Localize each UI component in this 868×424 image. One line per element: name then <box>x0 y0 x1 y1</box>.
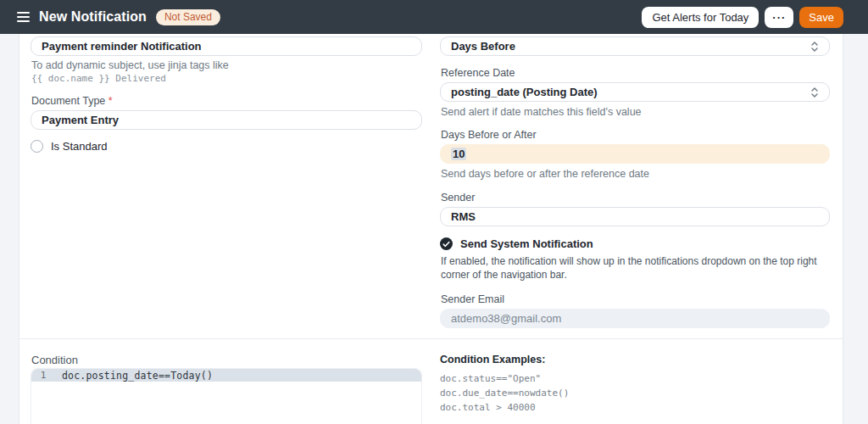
document-type-input[interactable]: Payment Entry <box>31 110 422 130</box>
condition-example: doc.due_date==nowdate() <box>440 386 569 400</box>
document-type-value: Payment Entry <box>42 114 119 126</box>
sender-label: Sender <box>441 192 475 204</box>
navbar-left: New Notification Not Saved <box>17 9 220 25</box>
status-badge: Not Saved <box>156 9 220 25</box>
line-number: 1 <box>31 370 55 381</box>
more-menu-button[interactable]: ··· <box>765 7 793 28</box>
subject-input[interactable]: Payment reminder Notification <box>31 36 422 56</box>
sender-email-value: atdemo38@gmail.com <box>451 312 561 325</box>
page-title: New Notification <box>39 9 147 25</box>
get-alerts-button[interactable]: Get Alerts for Today <box>642 7 759 28</box>
section-divider <box>19 338 843 339</box>
send-system-notification-help: If enabled, the notification will show u… <box>441 254 832 282</box>
condition-example: doc.total > 40000 <box>440 400 569 415</box>
reference-date-value: posting_date (Posting Date) <box>451 86 598 98</box>
subject-value: Payment reminder Notification <box>42 40 202 53</box>
days-before-input[interactable]: 10 <box>440 144 830 164</box>
menu-icon[interactable] <box>17 10 30 24</box>
condition-label: Condition <box>31 354 78 366</box>
form-container: Payment reminder Notification To add dyn… <box>19 34 843 424</box>
is-standard-checkbox[interactable] <box>31 140 43 153</box>
navbar-actions: Get Alerts for Today ··· Save <box>642 7 843 28</box>
editor-active-line: 1 doc.posting_date==Today() <box>31 369 421 382</box>
days-before-label: Days Before or After <box>441 129 537 141</box>
condition-examples-list: doc.status=="Open" doc.due_date==nowdate… <box>440 371 569 415</box>
sender-input[interactable]: RMS <box>440 207 830 226</box>
sender-email-label: Sender Email <box>441 293 504 305</box>
subject-help-code: {{ doc.name }} Delivered <box>31 73 166 84</box>
select-chevrons-icon <box>810 86 819 98</box>
event-value: Days Before <box>451 40 515 53</box>
is-standard-label: Is Standard <box>51 140 108 153</box>
is-standard-row[interactable]: Is Standard <box>31 140 108 153</box>
reference-date-label: Reference Date <box>441 67 515 79</box>
reference-date-help: Send alert if date matches this field's … <box>441 106 642 118</box>
navbar: New Notification Not Saved Get Alerts fo… <box>0 0 868 34</box>
sender-value: RMS <box>451 210 476 223</box>
reference-date-select[interactable]: posting_date (Posting Date) <box>440 82 830 102</box>
days-before-help: Send days before or after the reference … <box>441 168 649 180</box>
send-system-notification-row[interactable]: Send System Notification <box>440 237 593 250</box>
days-before-value: 10 <box>451 148 466 160</box>
select-chevrons-icon <box>810 41 819 53</box>
send-system-notification-checkbox[interactable] <box>440 237 453 250</box>
save-button[interactable]: Save <box>799 7 843 28</box>
check-icon <box>442 241 450 248</box>
condition-examples-title: Condition Examples: <box>440 354 545 365</box>
event-select[interactable]: Days Before <box>440 36 830 56</box>
condition-code: doc.posting_date==Today() <box>62 370 213 382</box>
send-system-notification-label: Send System Notification <box>460 237 593 250</box>
condition-code-editor[interactable]: 1 doc.posting_date==Today() <box>31 368 422 424</box>
sender-email-input[interactable]: atdemo38@gmail.com <box>440 309 830 328</box>
condition-example: doc.status=="Open" <box>440 371 569 386</box>
required-asterisk: * <box>108 95 113 107</box>
document-type-label: Document Type * <box>31 95 113 107</box>
subject-help-text: To add dynamic subject, use jinja tags l… <box>31 59 229 71</box>
